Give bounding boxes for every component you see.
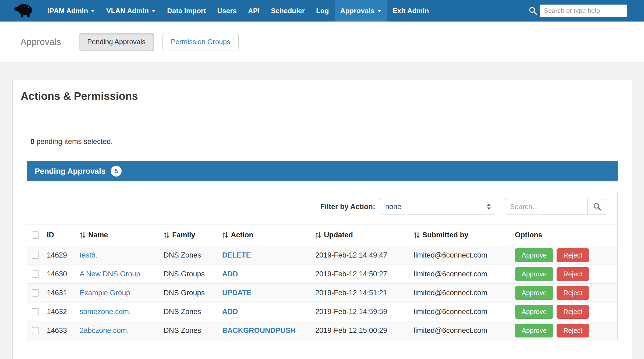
elephant-logo-icon — [12, 3, 36, 18]
sort-icon — [222, 231, 228, 239]
select-arrows-icon — [487, 203, 491, 210]
cell-updated: 2019-Feb-12 15:00:29 — [312, 321, 410, 340]
main-menu: IPAM Admin VLAN Admin Data Import Users … — [42, 0, 435, 22]
cell-name-link[interactable]: Example Group — [80, 289, 130, 297]
cell-submitted-by: limited@6connect.com — [410, 284, 511, 302]
tab-pending-approvals[interactable]: Pending Approvals — [79, 33, 154, 51]
search-icon — [528, 6, 537, 15]
chevron-down-icon — [91, 10, 95, 12]
approve-button[interactable]: Approve — [515, 324, 553, 337]
section-heading: Actions & Permissions — [21, 90, 618, 103]
cell-submitted-by: limited@6connect.com — [410, 265, 511, 284]
row-checkbox[interactable] — [32, 252, 39, 259]
count-badge: 5 — [111, 166, 122, 177]
header-updated[interactable]: Updated — [312, 224, 410, 246]
row-checkbox[interactable] — [32, 327, 39, 334]
table-row: 14629 test6. DNS Zones DELETE 2019-Feb-1… — [27, 246, 617, 265]
actions-permissions-panel: Actions & Permissions 0 pending items se… — [12, 80, 632, 359]
chevron-down-icon — [377, 10, 381, 12]
filter-group: Filter by Action: none — [320, 199, 495, 214]
row-checkbox[interactable] — [32, 270, 39, 278]
filter-selected-value: none — [385, 203, 401, 211]
nav-item-api[interactable]: API — [242, 0, 265, 22]
global-search — [528, 5, 627, 17]
header-submitted-by[interactable]: Submitted by — [410, 224, 511, 246]
selected-count: 0 — [30, 138, 34, 146]
nav-item-log[interactable]: Log — [310, 0, 335, 22]
cell-id: 14633 — [43, 321, 76, 340]
reject-button[interactable]: Reject — [557, 286, 589, 300]
selected-count-text: pending items selected. — [34, 138, 113, 146]
cell-submitted-by: limited@6connect.com — [410, 246, 511, 265]
reject-button[interactable]: Reject — [557, 267, 589, 281]
filter-label: Filter by Action: — [320, 203, 375, 211]
table-search-input[interactable] — [505, 199, 587, 214]
cell-name-link[interactable]: somezone.com. — [80, 308, 131, 316]
pending-approvals-header: Pending Approvals 5 — [27, 161, 618, 181]
nav-item-ipam-admin[interactable]: IPAM Admin — [42, 0, 101, 22]
sort-icon — [414, 231, 420, 239]
row-checkbox[interactable] — [32, 308, 39, 315]
table-row: 14630 A New DNS Group DNS Groups ADD 201… — [27, 265, 617, 284]
search-icon — [593, 202, 601, 211]
cell-updated: 2019-Feb-12 14:51:21 — [312, 284, 410, 302]
pending-approvals-table: ID Name Family Action Updated — [27, 224, 617, 340]
nav-item-exit-admin[interactable]: Exit Admin — [387, 0, 435, 22]
cell-action-link[interactable]: ADD — [222, 270, 238, 278]
cell-family: DNS Groups — [160, 265, 218, 284]
table-toolbar: Filter by Action: none — [27, 192, 617, 224]
reject-button[interactable]: Reject — [557, 305, 589, 319]
header-options: Options — [511, 224, 617, 246]
cell-action-link[interactable]: BACKGROUNDPUSH — [222, 326, 296, 335]
approve-button[interactable]: Approve — [515, 248, 553, 262]
cell-updated: 2019-Feb-12 14:59:59 — [312, 302, 410, 321]
table-search-group — [505, 199, 607, 214]
tab-permission-groups[interactable]: Permission Groups — [162, 33, 239, 51]
nav-item-scheduler[interactable]: Scheduler — [265, 0, 310, 22]
table-search-button[interactable] — [587, 199, 607, 214]
filter-action-select[interactable]: none — [380, 199, 495, 214]
cell-action-link[interactable]: ADD — [222, 308, 238, 316]
cell-updated: 2019-Feb-12 14:49:47 — [312, 246, 410, 265]
approve-button[interactable]: Approve — [515, 286, 553, 300]
cell-name-link[interactable]: A New DNS Group — [80, 270, 140, 278]
cell-family: DNS Zones — [160, 302, 218, 321]
top-navbar: IPAM Admin VLAN Admin Data Import Users … — [0, 0, 644, 22]
table-row: 14632 somezone.com. DNS Zones ADD 2019-F… — [27, 302, 617, 321]
sort-icon — [315, 231, 321, 239]
nav-item-data-import[interactable]: Data Import — [161, 0, 211, 22]
row-checkbox[interactable] — [32, 289, 39, 297]
table-row: 14633 2abczone.com. DNS Zones BACKGROUND… — [27, 321, 617, 340]
cell-family: DNS Groups — [160, 284, 218, 302]
cell-family: DNS Zones — [160, 246, 218, 265]
reject-button[interactable]: Reject — [557, 248, 589, 262]
cell-id: 14632 — [43, 302, 76, 321]
provision-logo — [12, 3, 36, 18]
reject-button[interactable]: Reject — [557, 324, 589, 337]
table-header-row: ID Name Family Action Updated — [27, 224, 617, 246]
cell-submitted-by: limited@6connect.com — [410, 302, 511, 321]
header-action[interactable]: Action — [218, 224, 312, 246]
select-all-checkbox[interactable] — [32, 231, 39, 239]
nav-item-vlan-admin[interactable]: VLAN Admin — [101, 0, 161, 22]
global-search-input[interactable] — [540, 5, 627, 17]
nav-item-approvals[interactable]: Approvals — [335, 0, 387, 22]
cell-submitted-by: limited@6connect.com — [410, 321, 511, 340]
page-title: Approvals — [20, 37, 61, 47]
selected-count-line: 0 pending items selected. — [30, 138, 618, 146]
chevron-down-icon — [151, 10, 156, 12]
header-family[interactable]: Family — [160, 224, 218, 246]
table-row: 14631 Example Group DNS Groups UPDATE 20… — [27, 284, 617, 302]
cell-id: 14631 — [43, 284, 76, 302]
nav-item-users[interactable]: Users — [212, 0, 242, 22]
approve-button[interactable]: Approve — [515, 305, 553, 319]
cell-name-link[interactable]: test6. — [80, 251, 97, 259]
cell-name-link[interactable]: 2abczone.com. — [80, 326, 129, 335]
header-name[interactable]: Name — [76, 224, 160, 246]
cell-action-link[interactable]: DELETE — [222, 251, 251, 259]
approve-button[interactable]: Approve — [515, 267, 553, 281]
pending-approvals-title: Pending Approvals — [35, 167, 105, 176]
sort-icon — [80, 231, 86, 239]
cell-action-link[interactable]: UPDATE — [222, 289, 252, 297]
cell-id: 14630 — [43, 265, 76, 284]
